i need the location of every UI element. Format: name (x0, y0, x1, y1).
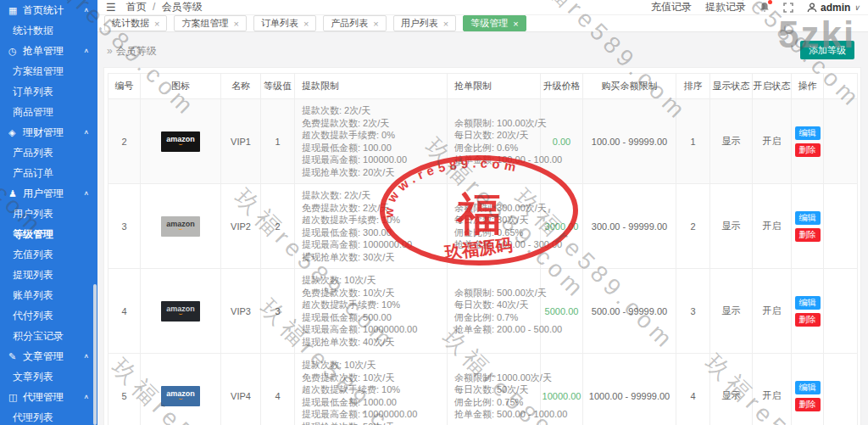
delete-button[interactable]: 删除 (795, 398, 821, 411)
edit-button[interactable]: 编辑 (795, 126, 821, 140)
table-header-row: 编号图标名称等级值提款限制抢单限制升级价格购买余额限制排序显示状态开启状态操作 (108, 74, 858, 99)
close-tab-icon[interactable]: × (443, 19, 448, 29)
column-header: 名称 (221, 74, 261, 99)
edit-button[interactable]: 编辑 (795, 296, 821, 310)
sidebar-item[interactable]: 充值列表 (0, 244, 97, 265)
app-root: ▦首页统计∧统计数据◷抢单管理∧方案组管理订单列表商品管理◈理财管理∧产品列表产… (0, 0, 868, 425)
limit-line: 提现抢单次数: 30次/天 (302, 251, 443, 264)
limit-line: 提现最高金额: 10000000.00 (302, 408, 443, 421)
cell-sort: 1 (676, 99, 710, 184)
tab-用户列表[interactable]: 用户列表× (393, 15, 456, 31)
chevron-up-icon: ∧ (83, 348, 89, 364)
limit-line: 提现最低金额: 500.00 (302, 311, 443, 324)
sidebar-item[interactable]: 统计数据 (0, 20, 97, 41)
sidebar-item[interactable]: 订单列表 (0, 81, 97, 102)
chevron-down-icon: ∨ (854, 3, 860, 12)
sidebar-section-home-stats[interactable]: ▦首页统计∧ (0, 0, 97, 20)
delete-button[interactable]: 删除 (795, 143, 821, 157)
withdraw-records-link[interactable]: 提款记录 (705, 0, 746, 14)
tab-label: 产品列表 (331, 17, 368, 30)
sidebar: ▦首页统计∧统计数据◷抢单管理∧方案组管理订单列表商品管理◈理财管理∧产品列表产… (0, 0, 97, 425)
tab-产品列表[interactable]: 产品列表× (323, 15, 386, 31)
cell-display-status: 显示 (710, 354, 753, 425)
tab-方案组管理[interactable]: 方案组管理× (174, 15, 246, 31)
close-tab-icon[interactable]: × (154, 19, 159, 29)
main-area: ☰ 首页 / 会员等级 充值记录 提款记录 admin ∨ (97, 0, 868, 425)
column-header: 抢单限制 (448, 74, 541, 99)
limit-line: 抢单金额: 200.00 - 500.00 (454, 323, 537, 336)
recharge-records-link[interactable]: 充值记录 (651, 0, 692, 14)
cell-display-status: 显示 (710, 269, 753, 354)
cell-icon: amazon ⌣ (141, 99, 221, 184)
limit-line: 超次数提款手续费: 10% (302, 383, 443, 396)
cell-open-status: 开启 (753, 184, 792, 269)
cell-open-status: 开启 (753, 99, 792, 184)
table-row: 3 amazon ⌣ VIP2 2 提款次数: 2次/天免费提款次数: 2次/天… (108, 184, 858, 269)
edit-button[interactable]: 编辑 (795, 381, 821, 394)
notification-bell-icon[interactable] (760, 2, 770, 13)
sidebar-scrollbar-thumb[interactable] (93, 284, 97, 425)
sidebar-item[interactable]: 商品管理 (0, 102, 97, 122)
cell-filler (824, 99, 858, 184)
limit-line: 超次数提款手续费: 0% (302, 129, 443, 142)
cell-sort: 3 (676, 269, 710, 354)
breadcrumb-current: 会员等级 (162, 1, 203, 13)
page-title: 会员等级 (116, 45, 157, 57)
topbar: ☰ 首页 / 会员等级 充值记录 提款记录 admin ∨ (97, 0, 868, 15)
sidebar-item[interactable]: 等级管理 (0, 224, 97, 244)
sidebar-section-user-management[interactable]: ♟用户管理∧ (0, 183, 97, 204)
sidebar-section-finance-management[interactable]: ◈理财管理∧ (0, 122, 97, 143)
cell-actions: 编辑 删除 (792, 354, 824, 425)
sidebar-item[interactable]: 代理列表 (0, 407, 97, 425)
sidebar-section-article-management[interactable]: ✎文章管理∧ (0, 346, 97, 366)
menu-toggle-icon[interactable]: ☰ (106, 1, 116, 14)
sidebar-section-label: 代理管理 (23, 387, 83, 407)
sidebar-item[interactable]: 提现列表 (0, 265, 97, 285)
fullscreen-icon[interactable] (783, 3, 793, 13)
edit-button[interactable]: 编辑 (795, 211, 821, 225)
add-level-button[interactable]: 添加等级 (800, 41, 854, 59)
close-tab-icon[interactable]: × (513, 19, 518, 29)
tab-label: 方案组管理 (181, 17, 228, 30)
cell-actions: 编辑 删除 (792, 184, 824, 269)
cell-id: 2 (108, 99, 141, 184)
limit-line: 免费提款次数: 10次/天 (302, 372, 443, 384)
tab-等级管理[interactable]: 等级管理× (463, 15, 526, 31)
limit-line: 提现最低金额: 300.00 (302, 226, 443, 239)
cell-id: 4 (108, 269, 141, 354)
close-tab-icon[interactable]: × (233, 19, 238, 29)
sidebar-section-grab-management[interactable]: ◷抢单管理∧ (0, 41, 97, 61)
tab-统计数据[interactable]: 统计数据× (104, 15, 167, 31)
sidebar-item[interactable]: 文章列表 (0, 366, 97, 387)
cell-display-status: 显示 (710, 184, 753, 269)
delete-button[interactable]: 删除 (795, 228, 821, 242)
amazon-smile-icon: ⌣ (178, 225, 182, 232)
user-menu[interactable]: admin ∨ (807, 2, 860, 14)
sidebar-item[interactable]: 用户列表 (0, 204, 97, 224)
cell-display-status: 显示 (710, 99, 753, 184)
amazon-smile-icon: ⌣ (178, 394, 182, 402)
sidebar-item[interactable]: 代付列表 (0, 305, 97, 326)
cell-id: 5 (108, 354, 141, 425)
sidebar-item[interactable]: 账单列表 (0, 285, 97, 305)
sidebar-item[interactable]: 产品订单 (0, 163, 97, 183)
limit-line: 提现最高金额: 1000000.00 (302, 238, 443, 251)
limit-line: 提款次数: 2次/天 (302, 189, 443, 202)
cell-filler (824, 354, 858, 425)
finance-management-icon: ◈ (8, 122, 20, 143)
sidebar-section-label: 文章管理 (23, 346, 83, 366)
delete-button[interactable]: 删除 (795, 313, 821, 327)
tab-订单列表[interactable]: 订单列表× (253, 15, 316, 31)
close-tab-icon[interactable]: × (303, 19, 309, 29)
sidebar-item[interactable]: 产品列表 (0, 143, 97, 163)
table-card: 编号图标名称等级值提款限制抢单限制升级价格购买余额限制排序显示状态开启状态操作 … (103, 67, 861, 425)
sidebar-item[interactable]: 方案组管理 (0, 61, 97, 81)
sidebar-item[interactable]: 积分宝记录 (0, 326, 97, 346)
sidebar-section-agent-management[interactable]: ◫代理管理∧ (0, 387, 97, 407)
cell-withdraw-limits: 提款次数: 2次/天免费提款次数: 2次/天超次数提款手续费: 0%提现最低金额… (295, 99, 448, 184)
close-tab-icon[interactable]: × (373, 19, 378, 29)
topbar-right: 充值记录 提款记录 admin ∨ (651, 0, 860, 14)
breadcrumb-home-link[interactable]: 首页 (126, 1, 147, 13)
cell-upgrade-price: 0.00 (541, 99, 583, 184)
home-stats-icon: ▦ (8, 0, 20, 20)
